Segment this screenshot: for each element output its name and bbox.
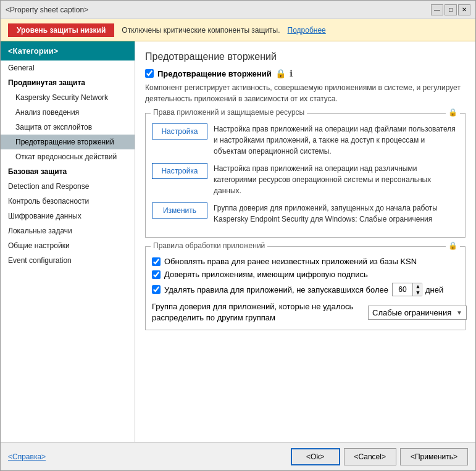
rights-group-icon[interactable]: 🔒 — [446, 108, 460, 117]
content-area: Предотвращение вторжений Предотвращение … — [135, 41, 475, 442]
option-label-1: Обновлять права для ранее неизвестных пр… — [164, 257, 417, 266]
sidebar-item-intrusion[interactable]: Предотвращение вторжений — [1, 135, 135, 149]
option-label-3: Удалять правила для приложений, не запус… — [164, 285, 388, 294]
app-rights-row-2: Настройка Настройка прав приложений на о… — [152, 163, 459, 196]
content-title: Предотвращение вторжений — [145, 51, 466, 62]
trust-group-row: Группа доверия для приложений, которые н… — [152, 301, 459, 323]
rights-group-title: Права приложений и защищаемые ресурсы — [151, 108, 307, 117]
days-spinbox: 60 ▲ ▼ — [392, 283, 422, 296]
main-feature-checkbox[interactable] — [145, 69, 154, 78]
dropdown-value: Слабые ограничения — [372, 308, 451, 317]
cancel-button[interactable]: <Cancel> — [344, 448, 396, 465]
processing-group-title: Правила обработки приложений — [151, 241, 267, 250]
spinbox-buttons: ▲ ▼ — [412, 283, 423, 296]
settings-desc-2: Настройка прав приложений на операции на… — [214, 163, 459, 196]
processing-group-box: Правила обработки приложений 🔒 Обновлять… — [145, 246, 466, 330]
window-title: <Property sheet caption> — [6, 6, 88, 14]
spinbox-up-button[interactable]: ▲ — [413, 283, 423, 290]
sidebar-item-control[interactable]: Контроль безопасности — [1, 194, 135, 209]
trust-group-dropdown[interactable]: Слабые ограничения ▼ — [368, 306, 467, 320]
apply-button[interactable]: <Применить> — [400, 448, 468, 465]
ok-button[interactable]: <Ok> — [291, 448, 340, 465]
settings-button-2[interactable]: Настройка — [152, 163, 207, 179]
days-unit-label: дней — [425, 285, 443, 294]
info-icon[interactable]: ℹ — [290, 69, 293, 78]
sidebar-item-encrypt[interactable]: Шифрование данных — [1, 209, 135, 223]
alert-bar: Уровень защиты низкий Отключены критичес… — [1, 19, 475, 41]
maximize-button[interactable]: □ — [445, 4, 457, 15]
footer: <Справка> <Ok> <Cancel> <Применить> — [1, 442, 475, 470]
alert-message: Отключены критические компоненты защиты. — [122, 26, 280, 35]
sidebar-item-general[interactable]: General — [1, 60, 135, 75]
sidebar-item-tasks[interactable]: Локальные задачи — [1, 223, 135, 238]
days-input[interactable]: 60 — [393, 283, 412, 296]
sidebar-item-advanced[interactable]: Продвинутая защита — [1, 75, 135, 90]
option-row-3: Удалять правила для приложений, не запус… — [152, 283, 459, 296]
sidebar-item-rollback[interactable]: Откат вредоносных действий — [1, 149, 135, 164]
lock-icon: 🔒 — [275, 69, 286, 78]
option-row-1: Обновлять права для ранее неизвестных пр… — [152, 257, 459, 266]
settings-desc-1: Настройка прав приложений на операции на… — [214, 123, 459, 157]
app-rights-row-3: Изменить Группа доверия для приложений, … — [152, 202, 459, 225]
minimize-button[interactable]: — — [431, 4, 443, 15]
footer-buttons: <Ok> <Cancel> <Применить> — [291, 448, 468, 465]
main-window: <Property sheet caption> — □ ✕ Уровень з… — [0, 0, 476, 471]
option-checkbox-1[interactable] — [152, 257, 161, 266]
app-rights-row-1: Настройка Настройка прав приложений на о… — [152, 123, 459, 157]
option-label-2: Доверять приложениям, имеющим цифровую п… — [164, 270, 368, 279]
change-button[interactable]: Изменить — [152, 202, 207, 219]
sidebar-item-settings[interactable]: Общие настройки — [1, 238, 135, 253]
main-feature-row: Предотвращение вторжений 🔒 ℹ — [145, 69, 466, 78]
protection-level-button[interactable]: Уровень защиты низкий — [8, 23, 114, 37]
option-checkbox-2[interactable] — [152, 270, 161, 279]
alert-details-link[interactable]: Подробнее — [288, 26, 326, 35]
sidebar-item-basic[interactable]: Базовая защита — [1, 164, 135, 179]
spinbox-down-button[interactable]: ▼ — [413, 290, 423, 296]
main-feature-label: Предотвращение вторжений — [157, 69, 272, 78]
sidebar-item-exploit[interactable]: Защита от эксплойтов — [1, 120, 135, 135]
sidebar: <Категории> General Продвинутая защита K… — [1, 41, 135, 442]
sidebar-item-detection[interactable]: Detection and Response — [1, 179, 135, 194]
feature-description: Компонент регистрирует активность, совер… — [145, 82, 466, 104]
option-row-2: Доверять приложениям, имеющим цифровую п… — [152, 270, 459, 279]
processing-group-icon[interactable]: 🔒 — [446, 241, 460, 250]
change-desc: Группа доверия для приложений, запущенны… — [214, 202, 459, 225]
window-controls: — □ ✕ — [431, 4, 470, 15]
sidebar-item-behavior[interactable]: Анализ поведения — [1, 105, 135, 120]
main-area: <Категории> General Продвинутая защита K… — [1, 41, 475, 442]
sidebar-header: <Категории> — [1, 41, 135, 60]
option-checkbox-3[interactable] — [152, 285, 161, 294]
settings-button-1[interactable]: Настройка — [152, 123, 207, 140]
title-bar: <Property sheet caption> — □ ✕ — [1, 1, 475, 19]
footer-left: <Справка> — [8, 452, 46, 461]
trust-group-label: Группа доверия для приложений, которые н… — [152, 301, 362, 323]
help-link[interactable]: <Справка> — [8, 452, 46, 461]
dropdown-arrow-icon: ▼ — [456, 309, 462, 316]
sidebar-item-ksn[interactable]: Kaspersky Security Network — [1, 90, 135, 105]
close-button[interactable]: ✕ — [458, 4, 470, 15]
sidebar-item-event[interactable]: Event configuration — [1, 253, 135, 268]
rights-group-box: Права приложений и защищаемые ресурсы 🔒 … — [145, 113, 466, 238]
